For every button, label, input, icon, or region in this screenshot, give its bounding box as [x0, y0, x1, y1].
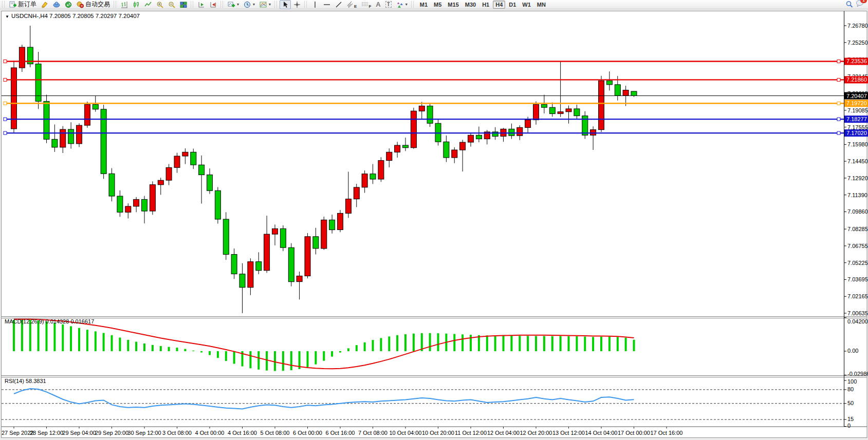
- candlestick-chart-button[interactable]: [131, 0, 142, 9]
- line-handle[interactable]: [837, 131, 840, 135]
- toolbar-grip[interactable]: [114, 1, 116, 8]
- line-chart-button[interactable]: [142, 0, 154, 9]
- bar-chart-button[interactable]: [119, 0, 130, 9]
- zoom-out-button[interactable]: [166, 0, 177, 9]
- time-axis-label: 12 Oct 20:00: [520, 430, 552, 436]
- candle: [378, 157, 384, 182]
- rsi-axis-label: 0: [847, 423, 851, 429]
- macd-histogram-bar: [404, 334, 407, 351]
- chart-shift-button[interactable]: [208, 0, 219, 9]
- line-handle[interactable]: [837, 118, 840, 121]
- macd-histogram-bar: [600, 337, 602, 351]
- toolbar-grip[interactable]: [304, 1, 307, 8]
- line-handle[interactable]: [4, 78, 7, 81]
- macd-histogram-bar: [510, 336, 512, 351]
- channel-icon: [347, 1, 354, 8]
- timeframe-button-d1[interactable]: D1: [506, 1, 519, 9]
- timeframe-button-m15[interactable]: M15: [445, 1, 461, 9]
- macd-label: MACD(12,26,9) 0.014328 0.016617: [5, 318, 94, 324]
- shapes-dropdown[interactable]: ▾: [394, 0, 410, 9]
- cursor-button[interactable]: [280, 0, 291, 9]
- price-tick-label: 7.12920: [847, 175, 868, 181]
- macd-histogram-bar: [249, 351, 251, 368]
- new-order-button[interactable]: 新订单: [7, 0, 39, 9]
- toolbar-grip[interactable]: [274, 1, 277, 8]
- line-handle[interactable]: [837, 78, 840, 81]
- horizontal-line-button[interactable]: [321, 0, 333, 9]
- price-tick-label: 7.02165: [847, 293, 868, 299]
- new-chart-dropdown[interactable]: ▾: [226, 0, 241, 9]
- metaeditor-button[interactable]: [39, 0, 50, 9]
- candlestick-chart-icon: [133, 1, 140, 8]
- line-handle[interactable]: [837, 102, 840, 105]
- chat-button[interactable]: 1: [856, 0, 864, 9]
- new-order-label: 新订单: [18, 0, 36, 9]
- timeframe-button-m5[interactable]: M5: [431, 1, 444, 9]
- timeframe-button-m1[interactable]: M1: [417, 1, 430, 9]
- text-tool-icon: A: [376, 1, 380, 8]
- price-tick-label: 7.25250: [847, 40, 868, 46]
- macd-histogram-bar: [339, 351, 341, 353]
- macd-histogram-bar: [86, 330, 88, 351]
- macd-histogram-bar: [176, 348, 178, 351]
- price-tick-label: 7.14450: [847, 158, 868, 164]
- timeframe-button-m30[interactable]: M30: [463, 1, 478, 9]
- line-handle[interactable]: [837, 60, 840, 63]
- periods-dropdown[interactable]: ▾: [242, 0, 257, 9]
- time-axis-label: 12 Oct 04:00: [487, 430, 520, 436]
- macd-histogram-bar: [152, 345, 154, 351]
- candle: [77, 123, 82, 147]
- autotrading-label: 自动交易: [85, 0, 110, 9]
- templates-dropdown[interactable]: ▾: [257, 0, 273, 9]
- equidistant-channel-button[interactable]: E: [345, 0, 359, 9]
- tile-windows-button[interactable]: [178, 0, 189, 9]
- signals-button[interactable]: [63, 0, 74, 9]
- signals-icon: [65, 1, 72, 8]
- toolbar-grip[interactable]: [2, 1, 5, 8]
- dropdown-arrow-icon: ▾: [405, 2, 408, 7]
- toolbar-grip[interactable]: [411, 1, 414, 8]
- profiles-button[interactable]: [51, 0, 62, 9]
- macd-histogram-bar: [46, 321, 48, 351]
- timeframe-button-h4[interactable]: H4: [493, 1, 505, 9]
- search-button[interactable]: [843, 0, 855, 9]
- line-handle[interactable]: [4, 60, 7, 63]
- macd-histogram-bar: [356, 345, 358, 351]
- fibonacci-button[interactable]: F: [359, 0, 373, 9]
- trendline-button[interactable]: [333, 0, 344, 9]
- candle: [427, 103, 433, 127]
- line-handle[interactable]: [4, 118, 7, 121]
- macd-histogram-bar: [307, 351, 309, 367]
- text-label-button[interactable]: T: [383, 0, 394, 9]
- macd-histogram-bar: [135, 342, 137, 351]
- time-axis-label: 6 Oct 00:00: [293, 430, 322, 436]
- macd-histogram-bar: [486, 335, 488, 351]
- line-handle[interactable]: [4, 102, 7, 105]
- time-axis-label: 6 Oct 16:00: [326, 430, 355, 436]
- timeframe-button-h1[interactable]: H1: [479, 1, 492, 9]
- candle: [305, 233, 310, 278]
- chart-canvas[interactable]: 7.267807.252507.237207.221457.206157.190…: [0, 9, 868, 440]
- toolbar-grip[interactable]: [191, 1, 193, 8]
- timeframe-button-mn[interactable]: MN: [534, 1, 548, 9]
- zoom-in-button[interactable]: [154, 0, 165, 9]
- macd-histogram-bar: [53, 323, 56, 351]
- time-axis-label: 3 Oct 08:00: [162, 430, 192, 436]
- time-axis-label: 13 Oct 12:00: [552, 430, 585, 436]
- macd-histogram-bar: [437, 333, 439, 351]
- price-line-label: 7.19720: [846, 100, 867, 106]
- timeframe-button-w1[interactable]: W1: [520, 1, 533, 9]
- price-line-label: 7.21860: [846, 76, 867, 83]
- crosshair-button[interactable]: [291, 0, 303, 9]
- candle: [101, 105, 106, 179]
- rsi-label: RSI(14) 58.3831: [5, 378, 46, 384]
- autotrading-button[interactable]: 自动交易: [75, 0, 112, 9]
- line-handle[interactable]: [4, 131, 7, 135]
- toolbar-grip[interactable]: [220, 1, 223, 8]
- vertical-line-button[interactable]: [309, 0, 321, 9]
- macd-histogram-bar: [543, 336, 545, 351]
- auto-scroll-button[interactable]: [196, 0, 207, 9]
- candle: [150, 181, 155, 215]
- text-button[interactable]: A: [374, 0, 382, 9]
- macd-histogram-bar: [331, 351, 333, 357]
